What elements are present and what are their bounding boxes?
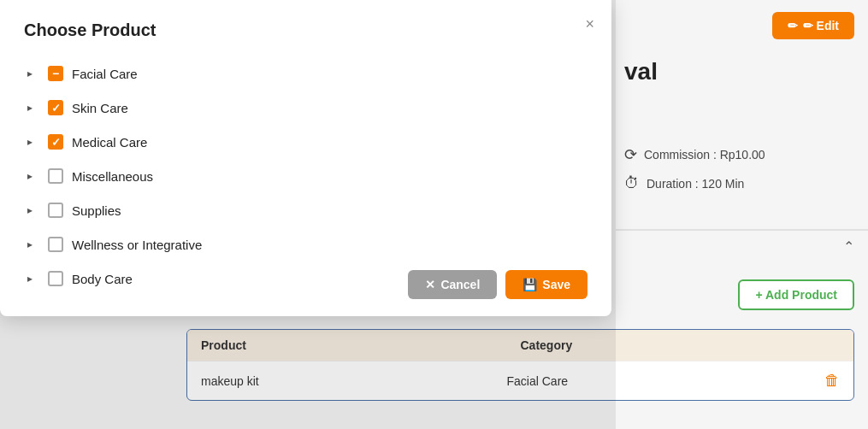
close-icon: × <box>585 15 594 32</box>
edit-button[interactable]: ✏ ✏ Edit <box>772 12 854 39</box>
commission-row: ⟳ Commission : Rp10.00 <box>624 145 765 164</box>
chevron-icon: ▸ <box>27 238 39 250</box>
category-list: ▸ − Facial Care ▸ ✓ Skin Care ▸ ✓ Medica… <box>24 57 588 295</box>
category-label-supplies: Supplies <box>72 203 121 218</box>
delete-icon[interactable]: 🗑 <box>824 372 840 390</box>
checkbox-medical-care[interactable]: ✓ <box>48 134 63 150</box>
chevron-icon: ▸ <box>27 204 39 216</box>
checkbox-wellness[interactable] <box>48 237 63 252</box>
checkbox-skin-care[interactable]: ✓ <box>48 100 63 115</box>
category-item-supplies[interactable]: ▸ Supplies <box>24 194 588 226</box>
cancel-icon: ✕ <box>425 278 435 291</box>
chevron-icon: ▸ <box>27 68 39 79</box>
edit-label: ✏ Edit <box>803 19 839 32</box>
category-label-skin-care: Skin Care <box>72 101 128 115</box>
checkbox-supplies[interactable] <box>48 203 63 218</box>
category-label-miscellaneous: Miscellaneous <box>72 169 153 184</box>
duration-label: Duration : 120 Min <box>647 177 744 191</box>
add-product-button[interactable]: + Add Product <box>738 279 854 310</box>
section-separator <box>616 229 868 231</box>
commission-label: Commission : Rp10.00 <box>644 148 765 162</box>
category-item-skin-care[interactable]: ▸ ✓ Skin Care <box>24 91 588 124</box>
edit-icon: ✏ <box>788 19 798 32</box>
category-label-facial-care: Facial Care <box>72 67 138 81</box>
save-label: Save <box>542 278 570 291</box>
checkbox-miscellaneous[interactable] <box>48 168 63 184</box>
add-product-label: + Add Product <box>755 288 837 302</box>
modal-close-button[interactable]: × <box>585 15 594 33</box>
chevron-icon: ▸ <box>27 273 39 285</box>
page-title: val <box>624 58 658 85</box>
chevron-icon: ▸ <box>27 136 39 148</box>
category-item-medical-care[interactable]: ▸ ✓ Medical Care <box>24 126 588 158</box>
cancel-button[interactable]: ✕ Cancel <box>408 270 497 299</box>
service-info: ⟳ Commission : Rp10.00 ⏱ Duration : 120 … <box>624 145 765 192</box>
checkbox-facial-care[interactable]: − <box>48 66 63 81</box>
category-item-facial-care[interactable]: ▸ − Facial Care <box>24 57 588 90</box>
cancel-label: Cancel <box>440 278 480 291</box>
modal-footer: ✕ Cancel 💾 Save <box>408 270 588 299</box>
save-button[interactable]: 💾 Save <box>505 270 588 299</box>
checkbox-body-care[interactable] <box>48 271 63 286</box>
category-label-body-care: Body Care <box>72 272 133 286</box>
modal-title: Choose Product <box>24 21 588 40</box>
duration-row: ⏱ Duration : 120 Min <box>624 174 765 192</box>
commission-icon: ⟳ <box>624 145 637 164</box>
choose-product-modal: Choose Product × ▸ − Facial Care ▸ ✓ Ski… <box>0 0 611 316</box>
category-item-wellness[interactable]: ▸ Wellness or Integrative <box>24 228 588 261</box>
category-item-miscellaneous[interactable]: ▸ Miscellaneous <box>24 160 588 192</box>
category-label-wellness: Wellness or Integrative <box>72 238 202 252</box>
delete-action[interactable]: 🗑 <box>812 372 840 390</box>
duration-icon: ⏱ <box>624 174 640 192</box>
category-label-medical-care: Medical Care <box>72 135 147 150</box>
chevron-icon: ▸ <box>27 102 39 114</box>
collapse-chevron[interactable]: ⌃ <box>843 238 854 255</box>
chevron-icon: ▸ <box>27 170 39 182</box>
save-icon: 💾 <box>523 278 537 291</box>
